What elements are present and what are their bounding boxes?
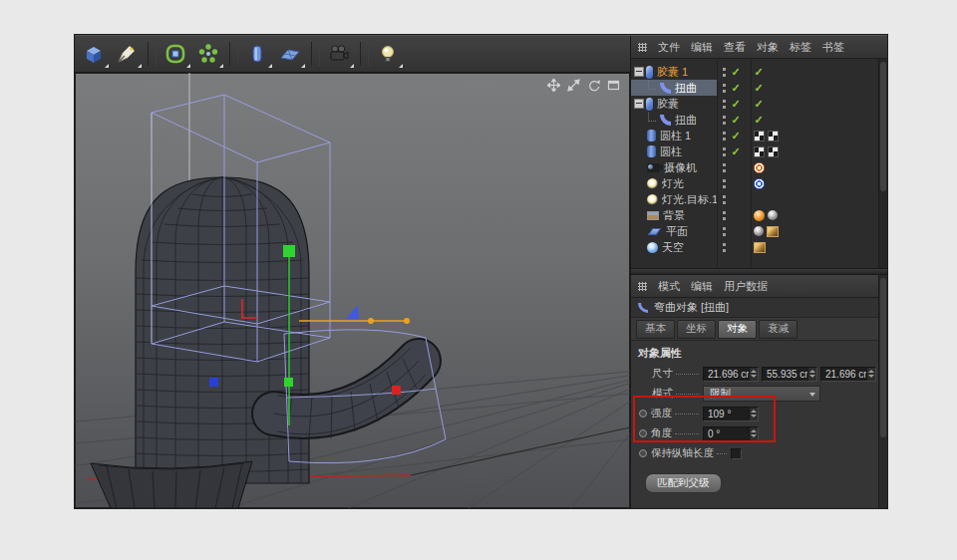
om-menu-view[interactable]: 查看: [724, 40, 746, 55]
size-y-field[interactable]: 55.935 cm: [762, 367, 817, 382]
scene-canvas[interactable]: [75, 73, 630, 508]
stepper-icon[interactable]: [749, 427, 758, 440]
target-tag-icon[interactable]: [754, 162, 765, 173]
rotate-icon[interactable]: [587, 79, 600, 92]
tab-falloff[interactable]: 衰减: [759, 320, 798, 339]
checker-texture-tag-icon[interactable]: [768, 146, 779, 157]
maximize-icon[interactable]: [607, 79, 620, 92]
visibility-dots-icon[interactable]: [722, 67, 727, 78]
pan-icon[interactable]: [547, 79, 560, 92]
enable-check-icon[interactable]: ✓: [754, 115, 764, 126]
enable-check-icon[interactable]: ✓: [731, 67, 741, 78]
object-item[interactable]: 平面: [631, 223, 717, 239]
texture-thumb-tag-icon[interactable]: [767, 226, 779, 237]
visibility-dots-icon[interactable]: [722, 210, 727, 221]
size-x-field[interactable]: 21.696 cm: [703, 367, 759, 382]
viewport-3d[interactable]: [75, 73, 630, 508]
enable-check-icon[interactable]: ✓: [731, 115, 741, 126]
pen-tool-button[interactable]: [113, 39, 143, 69]
strength-dot[interactable]: [368, 318, 374, 324]
tab-coord[interactable]: 坐标: [677, 320, 716, 339]
visibility-dots-icon[interactable]: [722, 99, 727, 110]
compositing-tag-icon[interactable]: [754, 226, 764, 236]
object-item[interactable]: 灯光: [631, 175, 717, 191]
keep-length-checkbox[interactable]: [731, 448, 742, 459]
zoom-icon[interactable]: [567, 79, 580, 92]
panel-splitter[interactable]: [631, 268, 887, 275]
compositing-tag-icon[interactable]: [768, 210, 778, 220]
z-axis-arrow[interactable]: [346, 305, 359, 319]
angle-field[interactable]: 0 °: [703, 426, 759, 441]
mode-dropdown[interactable]: 限制: [703, 386, 820, 402]
array-tool-button[interactable]: [194, 39, 224, 69]
om-scrollbar[interactable]: [878, 59, 887, 268]
enable-check-icon[interactable]: ✓: [731, 83, 741, 94]
material-tag-orange-icon[interactable]: [754, 210, 765, 221]
flower-pot-mesh[interactable]: [91, 461, 252, 508]
panel-menu-icon[interactable]: [638, 282, 647, 291]
object-item[interactable]: 灯光.目标.1: [631, 191, 717, 207]
object-item[interactable]: 圆柱: [631, 143, 717, 159]
om-menu-bookmarks[interactable]: 书签: [822, 40, 844, 55]
object-item[interactable]: 胶囊: [631, 96, 717, 112]
collapse-icon[interactable]: [634, 99, 644, 109]
object-item[interactable]: 胶囊 1: [631, 64, 717, 80]
om-scrollbar-thumb[interactable]: [880, 62, 886, 191]
target-tag-blue-icon[interactable]: [754, 178, 765, 189]
visibility-dots-icon[interactable]: [722, 242, 727, 253]
om-menu-edit[interactable]: 编辑: [691, 40, 713, 55]
checker-texture-tag-icon[interactable]: [754, 146, 765, 157]
enable-check-icon[interactable]: ✓: [731, 99, 741, 110]
texture-thumb-tag-icon[interactable]: [754, 242, 766, 253]
enable-check-icon[interactable]: ✓: [754, 83, 764, 94]
visibility-dots-icon[interactable]: [722, 162, 727, 173]
om-menu-objects[interactable]: 对象: [757, 40, 779, 55]
fit-to-parent-button[interactable]: 匹配到父级: [645, 473, 722, 493]
object-item[interactable]: 扭曲: [631, 112, 717, 128]
am-scrollbar-thumb[interactable]: [880, 278, 886, 437]
origin-handle-green[interactable]: [284, 378, 293, 387]
subdivision-surface-tool-button[interactable]: [161, 39, 191, 69]
checker-texture-tag-icon[interactable]: [768, 131, 779, 141]
object-item[interactable]: 背景: [631, 207, 717, 223]
stepper-icon[interactable]: [749, 368, 758, 381]
visibility-dots-icon[interactable]: [722, 194, 727, 205]
visibility-dots-icon[interactable]: [722, 178, 727, 189]
checker-texture-tag-icon[interactable]: [754, 131, 765, 141]
plane-handle-red[interactable]: [392, 386, 401, 395]
visibility-dots-icon[interactable]: [722, 226, 727, 237]
enable-check-icon[interactable]: ✓: [754, 99, 764, 110]
keyframe-circle-icon[interactable]: [639, 449, 647, 457]
camera-tool-button[interactable]: [325, 39, 355, 69]
plane-tool-button[interactable]: [276, 39, 306, 69]
object-item[interactable]: 天空: [631, 239, 717, 255]
keyframe-circle-icon[interactable]: [639, 429, 647, 437]
am-menu-edit[interactable]: 编辑: [691, 279, 713, 294]
am-menu-userdata[interactable]: 用户数据: [724, 279, 768, 294]
stepper-icon[interactable]: [749, 408, 758, 420]
strength-field[interactable]: 109 °: [703, 407, 759, 421]
strength-end-dot[interactable]: [404, 318, 410, 324]
size-z-field[interactable]: 21.696 cm: [820, 367, 876, 382]
om-menu-tags[interactable]: 标签: [790, 40, 811, 55]
keyframe-circle-icon[interactable]: [639, 410, 647, 418]
collapse-icon[interactable]: [634, 67, 644, 77]
om-menu-file[interactable]: 文件: [658, 40, 680, 55]
object-item-selected[interactable]: 扭曲: [631, 80, 717, 96]
enable-check-icon[interactable]: ✓: [731, 146, 741, 157]
stepper-icon[interactable]: [866, 368, 875, 381]
stepper-icon[interactable]: [807, 368, 816, 381]
capsule-tool-button[interactable]: [243, 39, 273, 69]
cube-tool-button[interactable]: [80, 39, 110, 69]
am-menu-mode[interactable]: 模式: [658, 279, 680, 294]
y-axis-handle[interactable]: [283, 245, 295, 257]
light-tool-button[interactable]: [374, 39, 404, 69]
object-item[interactable]: 圆柱 1: [631, 128, 717, 143]
am-scrollbar[interactable]: [878, 275, 887, 508]
panel-menu-icon[interactable]: [638, 43, 647, 52]
enable-check-icon[interactable]: ✓: [754, 67, 764, 78]
visibility-dots-icon[interactable]: [722, 115, 727, 126]
tab-object[interactable]: 对象: [718, 320, 757, 339]
enable-check-icon[interactable]: ✓: [731, 131, 741, 141]
visibility-dots-icon[interactable]: [722, 83, 727, 94]
